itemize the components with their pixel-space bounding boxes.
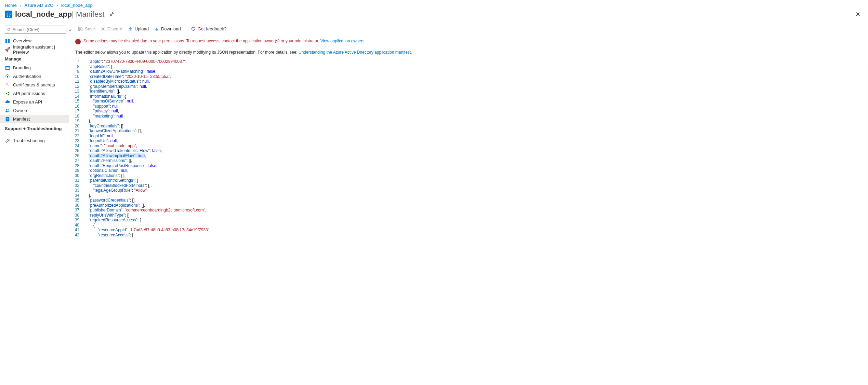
sidebar-item-authentication[interactable]: Authentication [0, 72, 69, 81]
code-content[interactable]: "privacy": null, [84, 109, 868, 114]
page-title: local_node_app [15, 10, 72, 19]
code-content[interactable]: "countriesBlockedForMinors": [], [84, 183, 868, 188]
code-line[interactable]: 33 "legalAgeGroupRule": "Allow" [69, 188, 868, 193]
code-line[interactable]: 16 "support": null, [69, 104, 868, 109]
code-content[interactable]: "orgRestrictions": [], [84, 173, 868, 178]
code-line[interactable]: 29 "optionalClaims": null, [69, 168, 868, 173]
code-line[interactable]: 13 "identifierUris": [], [69, 89, 868, 94]
code-content[interactable]: "marketing": null [84, 114, 868, 119]
search-field[interactable] [13, 27, 64, 32]
sidebar-item-branding[interactable]: Branding [0, 64, 69, 72]
code-line[interactable]: 18 "marketing": null [69, 114, 868, 119]
code-content[interactable]: "parentalControlSettings": { [84, 178, 868, 183]
code-line[interactable]: 10 "createdDateTime": "2020-10-15T23:55:… [69, 74, 868, 79]
code-line[interactable]: 22 "logoUrl": null, [69, 134, 868, 139]
code-content[interactable]: "optionalClaims": null, [84, 168, 868, 173]
code-content[interactable]: "oauth2AllowImplicitFlow": true, [84, 153, 868, 159]
code-content[interactable]: "termsOfService": null, [84, 99, 868, 104]
code-content[interactable]: "appId": "23707420-7800-4409-0000-700028… [84, 59, 868, 64]
code-content[interactable]: { [84, 223, 868, 228]
code-content[interactable]: "preAuthorizedApplications": [], [84, 203, 868, 208]
code-line[interactable]: 31 "parentalControlSettings": { [69, 178, 868, 183]
sidebar-item-manifest[interactable]: Manifest [0, 115, 69, 123]
sidebar-item-expose-api[interactable]: Expose an API [0, 98, 69, 106]
code-line[interactable]: 38 "replyUrlsWithType": [], [69, 213, 868, 218]
code-content[interactable]: "resourceAppId": "b7ad3e87-d8b0-4c83-b08… [84, 228, 868, 233]
code-content[interactable]: "informationalUrls": { [84, 94, 868, 99]
code-line[interactable]: 14 "informationalUrls": { [69, 94, 868, 99]
code-content[interactable]: "oauth2AllowUrlPathMatching": false, [84, 69, 868, 74]
code-line[interactable]: 32 "countriesBlockedForMinors": [], [69, 183, 868, 188]
code-line[interactable]: 8 "appRoles": [], [69, 64, 868, 69]
code-content[interactable]: "name": "local_node_app", [84, 143, 868, 149]
code-line[interactable]: 39 "requiredResourceAccess": [ [69, 218, 868, 223]
line-number: 26 [69, 153, 84, 159]
code-line[interactable]: 25 "oauth2AllowIdTokenImplicitFlow": fal… [69, 148, 868, 153]
search-input[interactable] [5, 26, 66, 34]
breadcrumb-app[interactable]: local_node_app [61, 3, 93, 8]
code-line[interactable]: 12 "groupMembershipClaims": null, [69, 84, 868, 89]
breadcrumb-azure-ad-b2c[interactable]: Azure AD B2C [25, 3, 53, 8]
code-line[interactable]: 27 "oauth2Permissions": [], [69, 158, 868, 163]
code-line[interactable]: 19 }, [69, 119, 868, 124]
code-line[interactable]: 7 "appId": "23707420-7800-4409-0000-7000… [69, 59, 868, 64]
code-line[interactable]: 20 "keyCredentials": [], [69, 124, 868, 129]
feedback-button[interactable]: Got feedback? [188, 24, 229, 35]
close-icon[interactable]: ✕ [853, 9, 863, 19]
code-line[interactable]: 11 "disabledByMicrosoftStatus": null, [69, 79, 868, 84]
code-line[interactable]: 37 "publisherDomain": "commerceonboardin… [69, 208, 868, 213]
discard-button[interactable]: Discard [98, 24, 125, 35]
code-content[interactable]: "disabledByMicrosoftStatus": null, [84, 79, 868, 84]
code-line[interactable]: 28 "oauth2RequirePostResponse": false, [69, 163, 868, 168]
code-line[interactable]: 17 "privacy": null, [69, 109, 868, 114]
code-line[interactable]: 34 }, [69, 193, 868, 198]
pin-icon[interactable] [109, 12, 114, 17]
code-content[interactable]: "logoutUrl": null, [84, 138, 868, 143]
code-content[interactable]: "requiredResourceAccess": [ [84, 218, 868, 223]
code-line[interactable]: 26 "oauth2AllowImplicitFlow": true, [69, 153, 868, 159]
upload-button[interactable]: Upload [125, 24, 152, 35]
sidebar-item-troubleshooting[interactable]: Troubleshooting [0, 136, 69, 145]
code-content[interactable]: "publisherDomain": "commerceonboardingb2… [84, 208, 868, 213]
code-content[interactable]: "oauth2AllowIdTokenImplicitFlow": false, [84, 148, 868, 153]
code-line[interactable]: 30 "orgRestrictions": [], [69, 173, 868, 178]
sidebar-item-owners[interactable]: Owners [0, 106, 69, 115]
code-line[interactable]: 36 "preAuthorizedApplications": [], [69, 203, 868, 208]
code-content[interactable]: }, [84, 193, 868, 198]
code-line[interactable]: 15 "termsOfService": null, [69, 99, 868, 104]
code-line[interactable]: 35 "passwordCredentials": [], [69, 198, 868, 203]
sidebar-item-integration-assistant[interactable]: 🚀 Integration assistant | Preview [0, 45, 69, 54]
sidebar-item-overview[interactable]: Overview [0, 37, 69, 45]
breadcrumb-home[interactable]: Home [5, 3, 17, 8]
code-line[interactable]: 41 "resourceAppId": "b7ad3e87-d8b0-4c83-… [69, 228, 868, 233]
download-button[interactable]: Download [152, 24, 184, 35]
code-content[interactable]: "appRoles": [], [84, 64, 868, 69]
code-content[interactable]: "resourceAccess": [ [84, 233, 868, 238]
code-content[interactable]: "identifierUris": [], [84, 89, 868, 94]
code-content[interactable]: "legalAgeGroupRule": "Allow" [84, 188, 868, 193]
code-line[interactable]: 23 "logoutUrl": null, [69, 138, 868, 143]
code-content[interactable]: "groupMembershipClaims": null, [84, 84, 868, 89]
code-content[interactable]: "oauth2Permissions": [], [84, 158, 868, 163]
code-content[interactable]: "passwordCredentials": [], [84, 198, 868, 203]
manifest-docs-link[interactable]: Understanding the Azure Active Directory… [299, 50, 412, 55]
code-content[interactable]: "oauth2RequirePostResponse": false, [84, 163, 868, 168]
save-button[interactable]: Save [75, 24, 98, 35]
code-line[interactable]: 9 "oauth2AllowUrlPathMatching": false, [69, 69, 868, 74]
sidebar-item-api-permissions[interactable]: API permissions [0, 89, 69, 98]
code-content[interactable]: "knownClientApplications": [], [84, 128, 868, 134]
code-line[interactable]: 24 "name": "local_node_app", [69, 143, 868, 149]
manifest-code-editor[interactable]: 7 "appId": "23707420-7800-4409-0000-7000… [69, 59, 868, 384]
code-content[interactable]: "logoUrl": null, [84, 134, 868, 139]
code-content[interactable]: "replyUrlsWithType": [], [84, 213, 868, 218]
code-content[interactable]: "support": null, [84, 104, 868, 109]
code-line[interactable]: 40 { [69, 223, 868, 228]
code-line[interactable]: 42 "resourceAccess": [ [69, 233, 868, 238]
code-content[interactable]: }, [84, 119, 868, 124]
sidebar-item-label: Integration assistant | Preview [13, 44, 64, 55]
sidebar-item-certificates-secrets[interactable]: Certificates & secrets [0, 81, 69, 89]
view-application-owners-link[interactable]: View application owners [320, 39, 365, 43]
code-content[interactable]: "keyCredentials": [], [84, 124, 868, 129]
code-content[interactable]: "createdDateTime": "2020-10-15T23:55:55Z… [84, 74, 868, 79]
code-line[interactable]: 21 "knownClientApplications": [], [69, 128, 868, 134]
